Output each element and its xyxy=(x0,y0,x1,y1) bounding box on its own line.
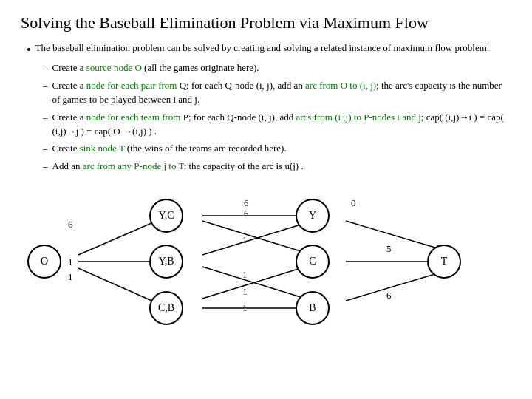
dash-2: – xyxy=(43,79,48,107)
page-title: Solving the Baseball Elimination Problem… xyxy=(21,13,511,33)
label-yc-y-bot: 6 xyxy=(244,208,249,219)
node-YC: Y,C xyxy=(149,199,183,233)
dash-text-4: Create sink node T (the wins of the team… xyxy=(52,142,287,156)
label-yb-b: 1 xyxy=(242,269,248,281)
green-source: source node O xyxy=(86,62,142,73)
dash-item-1: – Create a source node O (all the games … xyxy=(43,61,511,75)
dash-item-5: – Add an arc from any P-node j to T; the… xyxy=(43,160,511,174)
svg-line-7 xyxy=(202,267,313,301)
label-b-t: 6 xyxy=(386,290,392,301)
label-y-val: 0 xyxy=(351,197,356,209)
node-YB: Y,B xyxy=(149,245,183,279)
green-arc-pnode: arc from any P-node j to T xyxy=(83,160,184,171)
bullet-dot: • xyxy=(27,41,31,58)
dash-5: – xyxy=(43,160,48,174)
label-cb-b: 1 xyxy=(242,302,248,314)
svg-line-12 xyxy=(346,271,445,301)
dash-item-4: – Create sink node T (the wins of the te… xyxy=(43,142,511,156)
node-T: T xyxy=(427,245,461,279)
dash-item-3: – Create a node for each team from P; fo… xyxy=(43,111,511,139)
node-CB: C,B xyxy=(149,291,183,325)
node-C: C xyxy=(296,245,330,279)
bullet-section: • The baseball elimination problem can b… xyxy=(27,41,511,174)
label-o-cb: 1 xyxy=(68,271,73,283)
intro-text: The baseball elimination problem can be … xyxy=(35,41,490,58)
node-Y: Y xyxy=(296,199,330,233)
svg-line-10 xyxy=(346,221,445,250)
dash-text-3: Create a node for each team from P; for … xyxy=(52,111,512,139)
label-c-t: 5 xyxy=(386,243,392,255)
label-o-yb: 1 xyxy=(68,256,73,268)
label-cb-c: 1 xyxy=(242,286,248,298)
flow-diagram: O Y,C Y,B C,B Y C B T 6 1 1 6 6 1 1 1 1 … xyxy=(22,184,510,339)
dash-text-5: Add an arc from any P-node j to T; the c… xyxy=(52,160,304,174)
svg-line-8 xyxy=(202,265,313,299)
green-node-team: node for each team from xyxy=(86,112,181,123)
green-arc-o: arc from O to (i, j) xyxy=(305,80,376,91)
label-o-yc: 6 xyxy=(68,219,73,231)
node-B: B xyxy=(296,291,330,325)
green-sink: sink node T xyxy=(80,143,125,154)
dash-text-2: Create a node for each pair from Q; for … xyxy=(52,79,512,107)
dash-4: – xyxy=(43,142,48,156)
page: Solving the Baseball Elimination Problem… xyxy=(0,0,532,347)
dash-3: – xyxy=(43,111,48,139)
dash-1: – xyxy=(43,61,48,75)
green-arcs-p: arcs from (i ,j) to P-nodes i and j xyxy=(296,112,420,123)
dash-item-2: – Create a node for each pair from Q; fo… xyxy=(43,79,511,107)
node-O: O xyxy=(27,245,61,279)
dash-list: – Create a source node O (all the games … xyxy=(43,61,511,174)
green-node-pair: node for each pair from xyxy=(86,80,177,91)
dash-text-1: Create a source node O (all the games or… xyxy=(52,61,259,75)
bullet-item: • The baseball elimination problem can b… xyxy=(27,41,511,58)
label-yb-y: 1 xyxy=(242,234,248,246)
